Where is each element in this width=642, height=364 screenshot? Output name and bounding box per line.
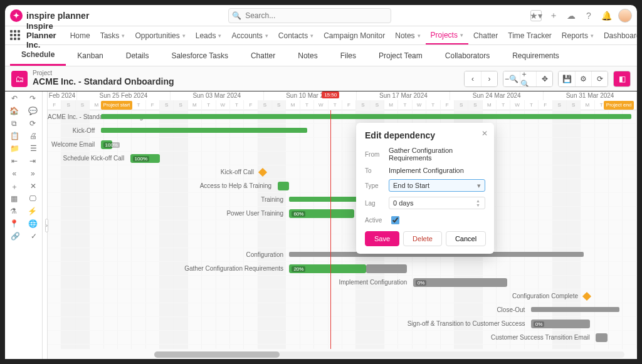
project-tab-salesforce-tasks[interactable]: Salesforce Tasks	[160, 45, 239, 66]
project-tab-files[interactable]: Files	[329, 45, 367, 66]
notifications-icon[interactable]: 🔔	[601, 10, 612, 21]
task-bar[interactable]: 20%	[289, 264, 366, 273]
redo-icon[interactable]: ↷	[29, 94, 36, 107]
cloud-icon[interactable]: ☁	[566, 10, 577, 21]
nav-tab-accounts[interactable]: Accounts▾	[226, 26, 273, 44]
task-bar[interactable]: 0%	[413, 278, 507, 287]
project-tab-kanban[interactable]: Kanban	[66, 45, 114, 66]
task-bar[interactable]: 100%	[130, 154, 160, 163]
nav-tab-time-tracker[interactable]: Time Tracker	[503, 26, 557, 44]
refresh-button[interactable]: ⟳	[591, 71, 608, 86]
gantt-body[interactable]: ACME Inc. - Standard OnboardingKick-OffW…	[48, 110, 637, 349]
help-icon[interactable]: ?	[583, 10, 594, 21]
global-search[interactable]: 🔍	[228, 8, 391, 23]
project-tab-schedule[interactable]: Schedule	[10, 45, 66, 66]
collapse-icon[interactable]: «	[12, 169, 16, 182]
save-icon-button[interactable]: 💾	[559, 71, 575, 86]
project-tab-collaborators[interactable]: Collaborators	[434, 45, 501, 66]
nav-tab-projects[interactable]: Projects▾	[426, 26, 468, 44]
nav-tab-chatter[interactable]: Chatter	[468, 26, 503, 44]
project-tab-chatter[interactable]: Chatter	[239, 45, 287, 66]
nav-tab-tasks[interactable]: Tasks▾	[95, 26, 130, 44]
close-icon[interactable]: ✕	[482, 129, 488, 138]
nav-tab-notes[interactable]: Notes▾	[390, 26, 425, 44]
expand-icon[interactable]: »	[31, 169, 35, 182]
screen-icon[interactable]: 🖵	[29, 194, 36, 207]
copy-icon[interactable]: ⧉	[11, 119, 17, 132]
task-bar[interactable]: 100%	[101, 140, 113, 149]
gantt-split-handle[interactable]: ›	[43, 91, 48, 359]
search-input[interactable]	[228, 8, 391, 23]
project-tab-requirements[interactable]: Requirements	[501, 45, 571, 66]
bolt-icon[interactable]: ⚡	[28, 207, 37, 219]
project-tab-project-team[interactable]: Project Team	[367, 45, 434, 66]
globe-icon[interactable]: 🌐	[28, 219, 38, 232]
grid-icon[interactable]: ▦	[11, 194, 18, 207]
task-bar[interactable]: 60%	[289, 209, 354, 218]
task-bar[interactable]	[101, 114, 631, 119]
chevron-right-icon[interactable]: ›	[45, 219, 48, 232]
check-icon[interactable]: ✓	[31, 232, 37, 244]
project-tab-notes[interactable]: Notes	[287, 45, 329, 66]
chat-icon[interactable]: 💬	[28, 107, 38, 119]
filter-icon[interactable]: ⚗	[10, 207, 17, 219]
undo-icon[interactable]: ↶	[11, 94, 18, 107]
task-bar[interactable]	[596, 333, 608, 342]
delete-row-icon[interactable]: ✕	[30, 182, 36, 194]
delete-button[interactable]: Delete	[403, 231, 442, 246]
day-label: S	[160, 100, 174, 110]
lag-label: Lag	[365, 200, 389, 207]
prev-button[interactable]: ‹	[465, 71, 481, 86]
task-bar-remaining[interactable]	[366, 264, 408, 273]
nav-tab-opportunities[interactable]: Opportunities▾	[130, 26, 190, 44]
gantt-chart[interactable]: Feb 2024Sun 25 Feb 2024Sun 03 Mar 2024Su…	[48, 91, 637, 359]
next-button[interactable]: ›	[481, 71, 497, 86]
nav-tab-reports[interactable]: Reports▾	[557, 26, 599, 44]
horizontal-scrollbar[interactable]	[154, 351, 624, 358]
user-avatar[interactable]	[618, 9, 632, 23]
milestone-icon[interactable]	[258, 168, 267, 177]
nav-tab-dashboards[interactable]: Dashboards▾	[599, 26, 637, 44]
folder-icon[interactable]: 📁	[10, 144, 19, 157]
indent-in-icon[interactable]: ⇤	[11, 157, 18, 169]
fit-button[interactable]: ✥	[536, 71, 552, 86]
print-icon[interactable]: 🖨	[29, 132, 37, 144]
task-bar[interactable]	[101, 128, 307, 133]
lag-stepper[interactable]: ▲▼	[476, 198, 483, 208]
list-icon[interactable]: ☰	[30, 144, 37, 157]
link-icon[interactable]: 🔗	[11, 232, 20, 244]
nav-tab-campaign-monitor[interactable]: Campaign Monitor	[318, 26, 390, 44]
home-icon[interactable]: 🏠	[9, 107, 19, 119]
lag-input[interactable]: 0 days▲▼	[389, 197, 485, 209]
day-label: T	[398, 100, 412, 110]
refresh-icon[interactable]: ⟳	[29, 119, 36, 132]
zoom-in-button[interactable]: ＋🔍	[520, 71, 536, 86]
type-select[interactable]: End to Start	[389, 179, 485, 192]
scrollbar-thumb[interactable]	[154, 351, 280, 358]
app-launcher-icon[interactable]	[10, 30, 20, 41]
task-bar[interactable]: 0%	[531, 320, 590, 328]
project-tab-details[interactable]: Details	[115, 45, 160, 66]
add-icon[interactable]: ＋	[548, 10, 559, 21]
active-checkbox[interactable]	[391, 216, 399, 224]
pin-icon[interactable]: 📍	[9, 219, 19, 232]
day-label: S	[61, 100, 75, 110]
milestone-icon[interactable]	[582, 292, 591, 301]
favorite-icon[interactable]: ★▾	[530, 10, 542, 21]
clipboard-icon[interactable]: 📋	[10, 132, 19, 144]
brand-right: ★▾ ＋ ☁ ? 🔔	[530, 9, 632, 23]
nav-tab-contacts[interactable]: Contacts▾	[273, 26, 318, 44]
zoom-out-button[interactable]: −🔍	[503, 71, 520, 86]
task-bar[interactable]	[278, 182, 290, 190]
save-button[interactable]: Save	[365, 231, 399, 246]
indent-out-icon[interactable]: ⇥	[29, 157, 36, 169]
add-row-icon[interactable]: ＋	[11, 182, 18, 194]
settings-icon-button[interactable]: ⚙	[575, 71, 591, 86]
nav-tab-leads[interactable]: Leads▾	[191, 26, 227, 44]
task-bar[interactable]	[531, 307, 619, 312]
week-label: Sun 24 Mar 2024	[450, 91, 544, 100]
gantt-row: Kick-Off	[48, 124, 637, 138]
panel-toggle-button[interactable]: ◧	[614, 71, 630, 86]
nav-tab-home[interactable]: Home	[65, 26, 95, 44]
cancel-button[interactable]: Cancel	[446, 231, 486, 246]
